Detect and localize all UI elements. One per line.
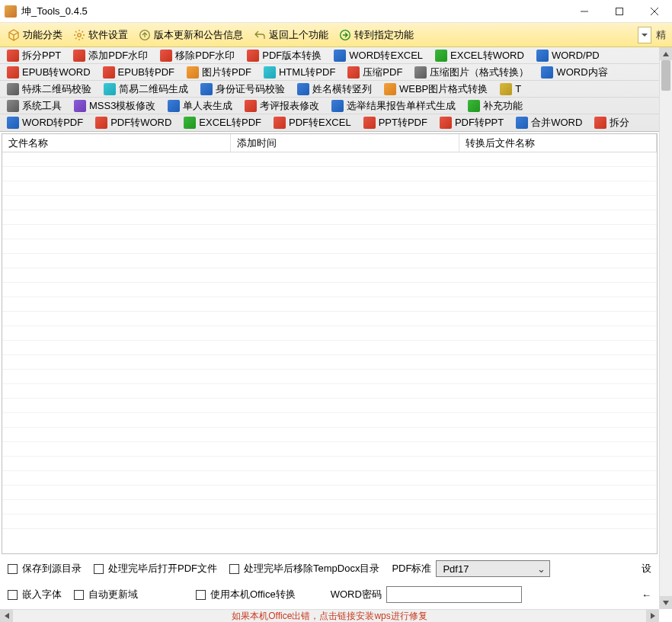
toolbar-button[interactable]: WORD内容: [537, 65, 611, 80]
header-addtime[interactable]: 添加时间: [231, 134, 459, 152]
pdf-standard-select[interactable]: Pdf17 ⌄: [436, 560, 550, 577]
list-row[interactable]: [2, 500, 657, 515]
menu-software-settings[interactable]: 软件设置: [69, 26, 133, 44]
list-row[interactable]: [2, 413, 657, 428]
check-remove-tempdocx[interactable]: 处理完毕后移除TempDocx目录: [229, 562, 379, 576]
list-row[interactable]: [2, 428, 657, 442]
toolbar-button[interactable]: EXCEL转PDF: [180, 115, 265, 130]
list-row[interactable]: [2, 341, 657, 355]
check-use-local-office[interactable]: 使用本机Office转换: [196, 588, 296, 601]
toolbar-button[interactable]: WORD/PD: [533, 49, 603, 63]
toolbar-button[interactable]: 拆分: [590, 115, 633, 130]
toolbar-button[interactable]: 系统工具: [3, 98, 66, 114]
toolbar-button[interactable]: 单人表生成: [164, 98, 236, 114]
toolbar-button[interactable]: 压缩PDF: [344, 65, 406, 80]
toolbar-button[interactable]: HTML转PDF: [260, 65, 339, 80]
toolbar-button[interactable]: EPUB转WORD: [3, 65, 94, 80]
toolbar-button[interactable]: 选举结果报告单样式生成: [328, 98, 459, 114]
list-row[interactable]: [2, 297, 657, 312]
list-row[interactable]: [2, 399, 657, 413]
list-row[interactable]: [2, 268, 657, 283]
toolbar-button[interactable]: 特殊二维码校验: [3, 82, 95, 97]
toolbar-button[interactable]: 图片转PDF: [183, 65, 255, 80]
toolbar-button[interactable]: WORD转EXCEL: [330, 48, 427, 63]
scroll-up-button[interactable]: [660, 47, 672, 60]
toolbar-button[interactable]: 合并WORD: [512, 115, 586, 130]
toolbar-button[interactable]: WORD转PDF: [3, 115, 87, 130]
list-row[interactable]: [2, 210, 657, 225]
scroll-down-button[interactable]: [660, 596, 672, 609]
check-label: 使用本机Office转换: [210, 588, 296, 601]
check-open-pdf-after[interactable]: 处理完毕后打开PDF文件: [94, 562, 217, 576]
toolbar-button[interactable]: 压缩图片（格式转换）: [411, 65, 533, 80]
menu-version-update[interactable]: 版本更新和公告信息: [134, 26, 248, 44]
toolbar-button[interactable]: PDF转WORD: [91, 115, 175, 130]
toolbar-button[interactable]: 拆分PPT: [3, 48, 65, 63]
list-row[interactable]: [2, 254, 657, 268]
toolbar-button[interactable]: 补充功能: [464, 98, 526, 114]
toolbar-button[interactable]: 移除PDF水印: [156, 48, 238, 63]
toolbar-button[interactable]: EPUB转PDF: [99, 65, 178, 80]
menu-dropdown[interactable]: [638, 27, 651, 43]
tool-icon: [103, 66, 115, 79]
check-auto-update-field[interactable]: 自动更新域: [74, 588, 138, 601]
toolbar-button[interactable]: PDF版本转换: [243, 48, 325, 63]
word-password-input[interactable]: [386, 586, 522, 603]
horizontal-scrollbar[interactable]: 如果本机Office出错，点击链接安装wps进行修复: [0, 609, 659, 622]
cube-icon: [8, 29, 20, 41]
toolbar-button[interactable]: 简易二维码生成: [100, 82, 192, 97]
toolbar-button[interactable]: 姓名横转竖列: [293, 82, 376, 97]
toolbar-row-4: 系统工具MSS3模板修改单人表生成考评报表修改选举结果报告单样式生成补充功能: [0, 98, 659, 114]
checkbox-icon: [94, 564, 104, 574]
list-row[interactable]: [2, 283, 657, 297]
list-row[interactable]: [2, 312, 657, 326]
list-row[interactable]: [2, 442, 657, 457]
toolbar-button[interactable]: PDF转PPT: [436, 115, 507, 130]
scroll-thumb[interactable]: [661, 60, 670, 91]
svg-point-4: [78, 33, 81, 36]
toolbar-row-1: 拆分PPT添加PDF水印移除PDF水印PDF版本转换WORD转EXCELEXCE…: [0, 47, 659, 64]
scroll-left-button[interactable]: [0, 610, 13, 623]
list-row[interactable]: [2, 370, 657, 384]
list-row[interactable]: [2, 384, 657, 399]
list-row[interactable]: [2, 152, 657, 167]
toolbar-button[interactable]: PDF转EXCEL: [270, 115, 355, 130]
vertical-scrollbar[interactable]: [659, 47, 672, 609]
scroll-track[interactable]: 如果本机Office出错，点击链接安装wps进行修复: [13, 610, 646, 623]
scroll-track[interactable]: [660, 60, 672, 596]
list-row[interactable]: [2, 181, 657, 196]
header-filename[interactable]: 文件名称: [2, 134, 231, 152]
tool-icon: [245, 100, 257, 112]
toolbar-button[interactable]: EXCEL转WORD: [431, 48, 528, 63]
toolbar-button-label: WORD/PD: [552, 50, 600, 61]
menu-goto-function[interactable]: 转到指定功能: [334, 26, 418, 44]
menu-label: 返回上个功能: [269, 28, 328, 42]
list-row[interactable]: [2, 471, 657, 486]
menu-back-prev[interactable]: 返回上个功能: [249, 26, 333, 44]
list-row[interactable]: [2, 326, 657, 341]
list-row[interactable]: [2, 167, 657, 181]
minimize-button[interactable]: [567, 0, 602, 23]
toolbar-button[interactable]: WEBP图片格式转换: [380, 82, 491, 97]
toolbar-button[interactable]: 考评报表修改: [241, 98, 323, 114]
check-embed-font[interactable]: 嵌入字体: [8, 588, 62, 601]
list-row[interactable]: [2, 486, 657, 500]
scroll-right-button[interactable]: [646, 610, 659, 623]
list-row[interactable]: [2, 225, 657, 239]
list-row[interactable]: [2, 196, 657, 210]
list-body[interactable]: [2, 152, 657, 553]
header-converted[interactable]: 转换后文件名称: [459, 134, 657, 152]
toolbar-button[interactable]: 添加PDF水印: [69, 48, 152, 63]
list-row[interactable]: [2, 355, 657, 370]
check-save-source-dir[interactable]: 保存到源目录: [8, 562, 82, 576]
close-button[interactable]: [637, 0, 672, 23]
toolbar-button[interactable]: PPT转PDF: [360, 115, 431, 130]
menu-function-category[interactable]: 功能分类: [3, 26, 67, 44]
maximize-button[interactable]: [602, 0, 637, 23]
toolbar-button[interactable]: 身份证号码校验: [197, 82, 289, 97]
toolbar-button[interactable]: T: [496, 82, 525, 96]
list-row[interactable]: [2, 239, 657, 254]
toolbar-button[interactable]: MSS3模板修改: [70, 98, 159, 114]
list-row[interactable]: [2, 457, 657, 471]
list-row[interactable]: [2, 515, 657, 529]
